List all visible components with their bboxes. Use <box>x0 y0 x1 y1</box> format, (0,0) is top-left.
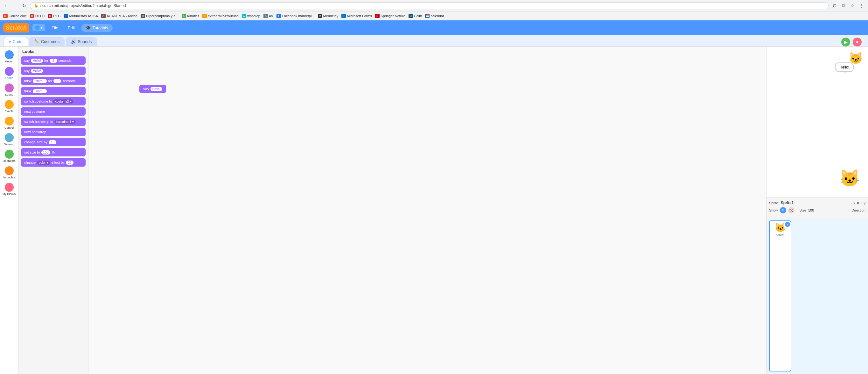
sprite-thumbnail-1[interactable]: ✕ 🐱 Sprite1 <box>769 221 791 371</box>
looks-label: Looks <box>5 77 13 80</box>
tab-sounds[interactable]: 🔊 Sounds <box>66 37 97 46</box>
stage-canvas: 🐱 Hello! 🐱 <box>767 47 868 198</box>
refresh-button[interactable]: ↻ <box>21 3 27 9</box>
category-myblocks[interactable]: My Blocks <box>1 181 18 197</box>
bookmark-woodlap[interactable]: w woodlap <box>242 14 260 18</box>
hide-button[interactable]: 🚫 <box>788 207 795 213</box>
browser-actions: G ⧉ ☆ ⋮ <box>831 2 865 9</box>
bookmark-kibotics[interactable]: K Kibotics <box>182 14 199 18</box>
scratch-menubar: Scratch 🌐 ▾ File Edit 🎓 Tutorials <box>0 20 868 35</box>
forward-button[interactable]: → <box>12 3 19 9</box>
bookmark-asisa[interactable]: + Mutualistas ASISA <box>64 14 98 18</box>
bookmark-youtube[interactable]: ⚡ extraerMP3Youtube <box>203 14 239 18</box>
speech-bubble: Hello! <box>835 62 854 72</box>
file-menu[interactable]: File <box>49 24 61 32</box>
bookmark-calm[interactable]: C Calm <box>408 14 422 18</box>
bookmark-mendeley[interactable]: M Mendeley <box>318 14 339 18</box>
bookmark-springer[interactable]: S Springer Nature <box>375 14 405 18</box>
block-think-seconds-input[interactable]: 2 <box>54 79 61 83</box>
block-say-input-1[interactable]: Hello! <box>31 59 43 63</box>
category-events[interactable]: Events <box>1 99 18 114</box>
bookmark-av[interactable]: A AV <box>264 14 273 18</box>
code-tab-icon: ≡ <box>8 39 11 44</box>
address-bar[interactable]: 🔒 scratch.mit.edu/projects/editor/?tutor… <box>30 2 829 9</box>
block-think-input-2[interactable]: Hmm... <box>33 89 47 93</box>
x-label: ↔ x <box>849 201 855 205</box>
av-icon: A <box>264 14 268 18</box>
block-say-seconds-input[interactable]: 2 <box>50 59 57 63</box>
bookmark-forms-label: Microsoft Forms <box>347 14 372 18</box>
menu-icon[interactable]: ⋮ <box>858 2 865 9</box>
category-variables[interactable]: Variables <box>1 165 18 180</box>
extensions-icon[interactable]: ⧉ <box>840 2 847 9</box>
tab-costumes[interactable]: ✏️ Costumes <box>29 37 65 46</box>
block-think-for-text: for <box>48 79 52 83</box>
sprite-thumb-image: 🐱 <box>775 222 786 233</box>
calendar-icon: 📅 <box>425 14 430 18</box>
block-change-size-input[interactable]: 10 <box>49 140 56 144</box>
block-set-size[interactable]: set size to 100 % <box>21 148 86 156</box>
block-effect-select[interactable]: color ▾ <box>37 161 50 165</box>
category-sensing[interactable]: Sensing <box>1 132 18 147</box>
green-flag-button[interactable]: ▶ <box>841 37 850 47</box>
category-motion[interactable]: Motion <box>1 49 18 64</box>
category-control[interactable]: Control <box>1 115 18 131</box>
tutorials-button[interactable]: 🎓 Tutorials <box>81 24 112 32</box>
myblocks-label: My Blocks <box>3 193 16 196</box>
myblocks-dot <box>5 183 14 192</box>
block-switch-backdrop-text: switch backdrop to <box>24 120 53 124</box>
scratch-logo[interactable]: Scratch <box>3 23 29 32</box>
tutorials-label: Tutorials <box>92 26 108 30</box>
block-next-backdrop[interactable]: next backdrop <box>21 128 86 136</box>
costumes-tab-label: Costumes <box>41 39 60 44</box>
bookmark-facebook[interactable]: f Facebook marketpl... <box>277 14 315 18</box>
bookmark-icon[interactable]: ☆ <box>849 2 856 9</box>
bookmark-calendar[interactable]: 📅 calendar <box>425 14 444 18</box>
block-say-text-2: say <box>24 69 30 73</box>
scratch-tabs: ≡ Code ✏️ Costumes 🔊 Sounds ▶ ■ <box>0 35 868 47</box>
block-backdrop-select[interactable]: backdrop1 ▾ <box>54 120 75 124</box>
block-next-backdrop-text: next backdrop <box>24 130 46 134</box>
block-for-text: for <box>44 59 49 62</box>
bookmark-forms[interactable]: F Microsoft Forms <box>341 14 372 18</box>
block-say[interactable]: say Hello! <box>21 66 86 75</box>
code-area[interactable]: say Hello! <box>89 47 766 374</box>
block-think-input-1[interactable]: Hmm... <box>33 79 47 83</box>
tab-code[interactable]: ≡ Code <box>3 37 28 46</box>
category-sound[interactable]: Sound <box>1 82 18 97</box>
edit-menu[interactable]: Edit <box>65 24 78 32</box>
category-looks[interactable]: Looks <box>1 66 18 81</box>
back-button[interactable]: ← <box>3 3 9 9</box>
bookmark-aneca[interactable]: A ACADEMIA - Aneca <box>101 14 137 18</box>
lock-icon: 🔒 <box>34 3 38 8</box>
globe-button[interactable]: 🌐 ▾ <box>32 24 45 31</box>
bookmark-hipercomprima[interactable]: ⊕ Hipercomprima y o... <box>141 14 178 18</box>
placed-block-say-hello[interactable]: say Hello! <box>140 85 166 93</box>
block-change-size[interactable]: change size by 10 <box>21 138 86 146</box>
sprite-label: Sprite <box>769 201 778 205</box>
sprite-delete-button[interactable]: ✕ <box>785 222 790 227</box>
block-costume-select[interactable]: costume2 ▾ <box>53 99 73 104</box>
block-switch-backdrop[interactable]: switch backdrop to backdrop1 ▾ <box>21 118 86 126</box>
block-set-size-input[interactable]: 100 <box>41 150 51 154</box>
stop-button[interactable]: ■ <box>853 37 862 47</box>
block-change-effect[interactable]: change color ▾ effect by 25 <box>21 158 86 167</box>
show-button[interactable]: 👁 <box>780 207 786 213</box>
bookmark-rec[interactable]: R REC <box>48 14 60 18</box>
bookmark-correo[interactable]: ✉ Correo cole <box>3 14 27 18</box>
google-icon[interactable]: G <box>831 2 838 9</box>
block-effect-input[interactable]: 25 <box>66 161 73 165</box>
aneca-icon: A <box>101 14 106 18</box>
placed-block-say-input[interactable]: Hello! <box>151 87 163 91</box>
block-switch-costume[interactable]: switch costume to costume2 ▾ <box>21 97 86 106</box>
bookmark-asisa-label: Mutualistas ASISA <box>69 14 98 18</box>
block-think-for-seconds[interactable]: think Hmm... for 2 seconds <box>21 77 86 85</box>
bookmark-calendar-label: calendar <box>431 14 444 18</box>
block-say-for-seconds[interactable]: say Hello! for 2 seconds <box>21 56 86 65</box>
block-think[interactable]: think Hmm... <box>21 87 86 95</box>
block-say-input-2[interactable]: Hello! <box>31 69 43 73</box>
bookmark-dehu[interactable]: D DEHú <box>30 14 44 18</box>
block-next-costume[interactable]: next costume <box>21 107 86 116</box>
operators-dot <box>5 150 14 159</box>
category-operators[interactable]: Operators <box>1 148 18 164</box>
